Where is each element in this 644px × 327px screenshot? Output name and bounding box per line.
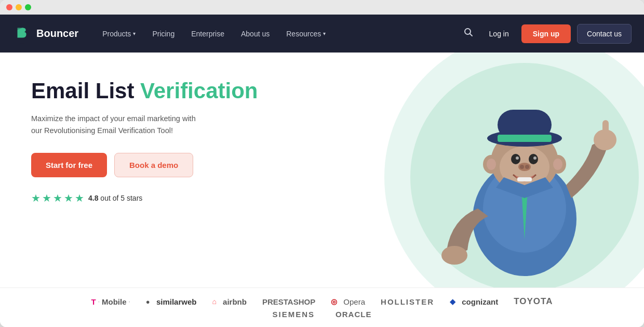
svg-point-22 [441,246,467,265]
brand-siemens: SIEMENS [273,310,315,319]
hero-title-highlight: Verification [140,79,258,103]
brand-tmobile: T · Mobile · [91,297,130,306]
svg-point-12 [520,165,524,169]
svg-line-2 [469,34,472,36]
svg-rect-21 [498,135,552,142]
hero-subtitle: Maximize the impact of your email market… [31,113,197,137]
svg-point-7 [511,154,520,164]
book-demo-button[interactable]: Book a demo [114,153,193,177]
nav-about[interactable]: About us [234,25,277,42]
signup-button[interactable]: Sign up [521,24,571,43]
svg-rect-14 [517,177,532,181]
svg-point-18 [553,159,562,170]
nav-products[interactable]: Products ▾ [95,25,143,42]
login-button[interactable]: Log in [483,25,515,42]
search-button[interactable] [460,24,477,43]
brands-row-2: SIEMENS ORACLE [21,310,623,319]
nav-resources[interactable]: Resources ▾ [279,25,333,42]
hero-right [322,53,644,287]
app-window: Bouncer Products ▾ Pricing Enterprise Ab… [0,0,644,327]
brand-similarweb: ● similarweb [146,297,197,306]
star-rating: ★ ★ ★ ★ ★ [31,192,84,204]
brand-opera: ◎ Opera [331,297,365,306]
brand-airbnb: ⌂ airbnb [212,297,246,306]
brand-oracle: ORACLE [336,310,371,319]
navbar: Bouncer Products ▾ Pricing Enterprise Ab… [0,15,644,53]
star-4: ★ [64,192,73,204]
svg-point-9 [516,156,519,160]
hero-rating: ★ ★ ★ ★ ★ 4.8 out of 5 stars [31,192,301,204]
star-2: ★ [42,192,51,204]
hero-left: Email List Verification Maximize the imp… [0,53,322,287]
gorilla-illustration [421,63,628,281]
nav-actions: Log in Sign up Contact us [460,24,632,44]
svg-point-8 [529,154,538,164]
minimize-dot[interactable] [16,4,22,10]
chevron-down-icon: ▾ [323,31,326,36]
close-dot[interactable] [6,4,12,10]
nav-brand[interactable]: Bouncer [12,24,78,44]
nav-enterprise[interactable]: Enterprise [184,25,232,42]
brands-row-1: T · Mobile · ● similarweb ⌂ airbnb PREST… [21,296,623,307]
star-1: ★ [31,192,41,204]
titlebar [0,0,644,15]
hero-buttons: Start for free Book a demo [31,153,301,177]
svg-point-10 [533,156,536,160]
maximize-dot[interactable] [25,4,31,10]
brand-cognizant: ◆ cognizant [450,297,498,306]
svg-point-17 [487,159,496,170]
contact-button[interactable]: Contact us [577,24,632,44]
nav-pricing[interactable]: Pricing [145,25,182,42]
svg-rect-24 [602,120,609,140]
hero-title: Email List Verification [31,79,301,103]
star-5: ★ [75,192,84,204]
brand-prestashop: PRESTASHOP [262,297,315,306]
hero-section: Email List Verification Maximize the imp… [0,53,644,287]
svg-point-13 [525,165,529,169]
nav-links: Products ▾ Pricing Enterprise About us R… [95,25,460,42]
star-3: ★ [53,192,62,204]
brand-hollister: HOLLISTER [381,297,434,306]
brand-name: Bouncer [36,28,78,40]
rating-text: 4.8 out of 5 stars [88,194,142,202]
start-free-button[interactable]: Start for free [31,153,107,177]
brand-toyota: TOYOTA [514,296,553,307]
brands-bar: T · Mobile · ● similarweb ⌂ airbnb PREST… [0,287,644,327]
chevron-down-icon: ▾ [133,31,136,36]
